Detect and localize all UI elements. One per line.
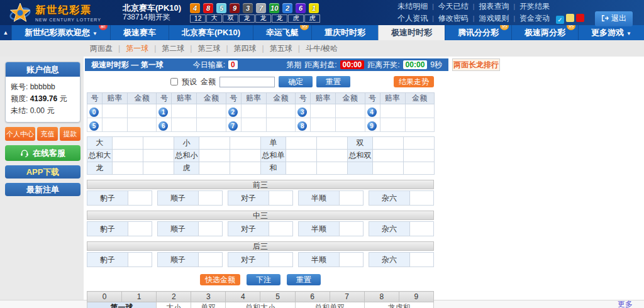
two-side-amount-cell[interactable] (404, 150, 435, 162)
online-service-button[interactable]: 在线客服 (5, 145, 80, 161)
bottom-tab-3[interactable]: 总和大小 (226, 302, 295, 308)
header-link-links_row1-2[interactable]: 报表查询 (479, 1, 509, 12)
amount-cell-7[interactable] (266, 118, 295, 132)
two-side-amount-cell[interactable] (143, 150, 174, 162)
two-side-amount-cell[interactable] (230, 162, 261, 175)
section-bet-input[interactable] (199, 221, 223, 236)
header-link-links_row1-0[interactable]: 未结明细 (397, 1, 428, 12)
header-link-links_row2-0[interactable]: 个人资讯 (397, 13, 428, 24)
section-bet-label: 杂六 (369, 221, 410, 236)
reset-bets-button[interactable]: 重置 (287, 274, 321, 285)
subnav-item-5[interactable]: 第五球 (270, 43, 292, 54)
nav-item-6[interactable]: 腾讯分分彩热 (445, 25, 511, 40)
section-bet-input[interactable] (269, 252, 293, 267)
amount-cell-3[interactable] (336, 104, 365, 118)
section-bet-input[interactable] (410, 252, 434, 267)
reset-button[interactable]: 重置 (316, 76, 350, 87)
section-bet-input[interactable] (269, 190, 293, 206)
more-link[interactable]: 更多 (618, 299, 633, 308)
app-download-button[interactable]: APP下载 (5, 165, 80, 179)
bottom-tab-2[interactable]: 单双 (191, 302, 226, 308)
bet-button[interactable]: 下注 (247, 274, 280, 285)
section-bet-label: 豹子 (87, 190, 128, 206)
subnav-item-0[interactable]: 两面盘 (90, 43, 113, 54)
quick-amount-button[interactable]: 快选金额 (200, 274, 240, 285)
bottom-tab-0[interactable]: 第一球 (87, 302, 157, 308)
amount-cell-2[interactable] (266, 104, 295, 118)
odds-cell-3 (311, 104, 336, 118)
two-side-amount-cell[interactable] (317, 137, 348, 150)
account-button-1[interactable]: 充值 (37, 127, 58, 141)
subnav-item-1[interactable]: 第一球 (126, 43, 148, 54)
section-bet-input[interactable] (128, 190, 152, 206)
nav-item-1[interactable]: 极速赛车 (110, 25, 169, 40)
amount-cell-6[interactable] (197, 118, 226, 132)
theme-red-button[interactable] (576, 14, 584, 22)
subnav-item-2[interactable]: 第二球 (162, 43, 184, 54)
theme-yellow-button[interactable] (566, 14, 574, 22)
section-bet-input[interactable] (340, 221, 364, 236)
section-bet-input[interactable] (128, 252, 152, 267)
header-link-links_row2-3[interactable]: 资金变动 (519, 13, 550, 24)
preset-checkbox[interactable] (170, 78, 178, 85)
section-bet-input[interactable] (340, 252, 364, 267)
result-ball-3: 3 (243, 3, 253, 13)
header-link-links_row2-2[interactable]: 游戏规则 (479, 13, 509, 24)
account-button-2[interactable]: 提款 (60, 127, 80, 141)
amount-cell-9[interactable] (405, 118, 434, 132)
amount-cell-0[interactable] (128, 104, 157, 118)
two-side-amount-cell[interactable] (404, 137, 435, 150)
main-nav: ▲ 新世纪彩票欢迎您▼新极速赛车北京赛车(PK10)幸运飞艇热重庆时时彩极速时时… (0, 25, 644, 40)
section-bet-input[interactable] (128, 221, 152, 236)
result-trend-button[interactable]: 结果走势 (394, 76, 434, 87)
two-side-amount-cell[interactable] (317, 162, 348, 175)
header-link-links_row1-1[interactable]: 今天已结 (438, 1, 469, 12)
odds-cell-0 (103, 104, 128, 118)
subnav-item-3[interactable]: 第三球 (197, 43, 220, 54)
logout-button[interactable]: 退出 (595, 11, 633, 26)
section-bet-input[interactable] (340, 190, 364, 206)
latest-orders-button[interactable]: 最新注单 (5, 183, 80, 196)
period-label: 第期 (286, 60, 301, 70)
nav-item-8[interactable]: 更多游戏▼ (578, 25, 644, 40)
section-bet-input[interactable] (269, 221, 293, 236)
nav-item-4[interactable]: 重庆时时彩 (311, 25, 378, 40)
two-side-amount-cell[interactable] (230, 150, 261, 162)
amount-cell-5[interactable] (128, 118, 157, 132)
theme-blue-button[interactable]: ✓ (556, 16, 564, 24)
two-side-amount-cell[interactable] (143, 137, 174, 150)
nav-item-0[interactable]: 新世纪彩票欢迎您▼新 (11, 25, 110, 40)
amount-input[interactable] (219, 77, 275, 87)
two-side-odds-cell (373, 150, 404, 162)
confirm-button[interactable]: 确定 (279, 76, 313, 87)
nav-item-3[interactable]: 幸运飞艇热 (253, 25, 311, 40)
ball-icon-9: 9 (367, 121, 377, 131)
nav-item-7[interactable]: 极速两分彩热 (511, 25, 578, 40)
subnav-item-4[interactable]: 第四球 (234, 43, 257, 54)
section-bet-label: 半顺 (298, 221, 340, 236)
two-side-ranking-button[interactable]: 两面长龙排行 (452, 58, 500, 71)
subnav-item-6[interactable]: 斗牛/梭哈 (306, 43, 338, 54)
section-bet-input[interactable] (199, 252, 223, 267)
two-side-amount-cell[interactable] (230, 137, 261, 150)
bottom-tab-5[interactable]: 龙虎和 (364, 302, 433, 308)
ball-icon-3: 3 (297, 107, 307, 117)
section-bet-input[interactable] (199, 190, 223, 206)
nav-item-5[interactable]: 极速时时彩 (378, 25, 445, 40)
two-side-amount-cell[interactable] (404, 162, 435, 175)
nav-item-2[interactable]: 北京赛车(PK10) (169, 25, 253, 40)
amount-cell-4[interactable] (405, 104, 434, 118)
bottom-tab-4[interactable]: 总和单双 (295, 302, 364, 308)
section-bet-label: 顺子 (157, 252, 199, 267)
amount-cell-8[interactable] (336, 118, 365, 132)
header-link-links_row1-3[interactable]: 开奖结果 (519, 1, 550, 12)
section-bet-input[interactable] (410, 190, 434, 206)
bottom-tab-1[interactable]: 大小 (157, 302, 191, 308)
header-link-links_row2-1[interactable]: 修改密码 (438, 13, 469, 24)
nav-collapse-button[interactable]: ▲ (0, 25, 11, 40)
account-button-0[interactable]: 个人中心 (5, 127, 35, 141)
section-bet-input[interactable] (410, 221, 434, 236)
amount-cell-1[interactable] (197, 104, 226, 118)
two-side-amount-cell[interactable] (143, 162, 174, 175)
two-side-amount-cell[interactable] (317, 150, 348, 162)
